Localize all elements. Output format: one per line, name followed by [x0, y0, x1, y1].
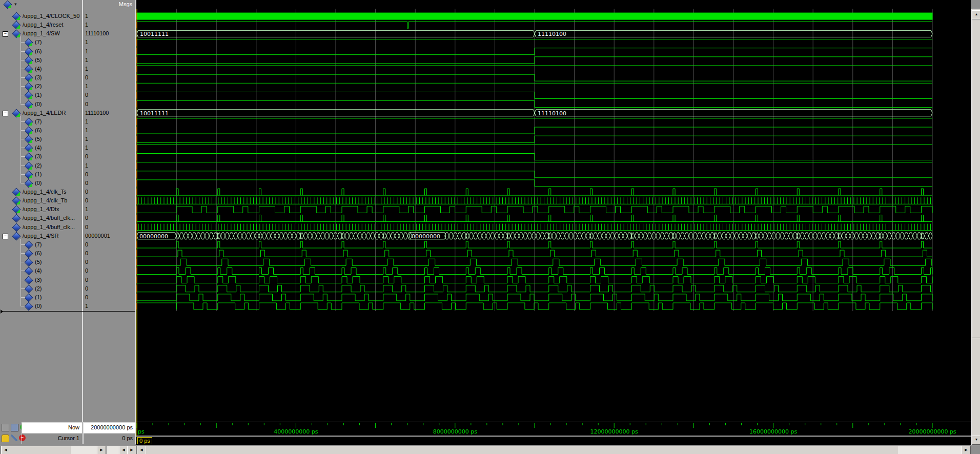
- wave-vscroll-thumb[interactable]: [972, 19, 980, 338]
- signal-name[interactable]: /uppg_1_4/LEDR: [23, 110, 66, 116]
- signal-value-row[interactable]: 0: [83, 91, 135, 99]
- signal-value-row[interactable]: 0: [83, 284, 135, 293]
- signal-row[interactable]: −/uppg_1_4/SW: [0, 29, 82, 38]
- signal-name[interactable]: (2): [35, 162, 42, 169]
- signal-row[interactable]: (5): [0, 135, 82, 143]
- signal-row[interactable]: /uppg_1_4/CLOCK_50: [0, 12, 82, 20]
- signal-name[interactable]: (3): [35, 277, 42, 283]
- wave-scroll-down-button[interactable]: ▼: [972, 436, 980, 445]
- signal-value-row[interactable]: 1: [83, 20, 135, 29]
- signal-value-row[interactable]: 0: [83, 152, 135, 161]
- signal-value-row[interactable]: 0: [83, 179, 135, 188]
- signal-value-row[interactable]: 1: [83, 47, 135, 56]
- signal-name[interactable]: (1): [35, 294, 42, 300]
- signal-row[interactable]: (1): [0, 170, 82, 179]
- wave-scroll-up-button[interactable]: ▲: [972, 10, 980, 19]
- tree-collapse-toggle[interactable]: −: [3, 234, 8, 239]
- signal-name[interactable]: (4): [35, 145, 42, 151]
- signal-value-row[interactable]: 0: [83, 258, 135, 266]
- signal-name[interactable]: (5): [35, 136, 42, 142]
- signal-name[interactable]: (0): [35, 101, 42, 107]
- signal-value-row[interactable]: 1: [83, 143, 135, 152]
- signal-value-row[interactable]: 0: [83, 100, 135, 109]
- signal-row[interactable]: (5): [0, 56, 82, 65]
- signal-value-row[interactable]: 1: [83, 56, 135, 65]
- signal-name[interactable]: (3): [35, 153, 42, 159]
- signal-row[interactable]: (7): [0, 117, 82, 126]
- signal-name[interactable]: (6): [35, 250, 42, 256]
- names-scroll-thumb[interactable]: [10, 446, 71, 454]
- wave-scroll-track[interactable]: [898, 446, 962, 454]
- names-scroll-left-button[interactable]: ◀: [1, 446, 10, 454]
- signal-value-row[interactable]: 1: [83, 82, 135, 91]
- names-scroll-right-button[interactable]: ▶: [97, 446, 106, 454]
- signal-row[interactable]: (4): [0, 266, 82, 275]
- signal-row[interactable]: /uppg_1_4/reset: [0, 20, 82, 29]
- signal-name[interactable]: /uppg_1_4/SW: [23, 30, 60, 36]
- waveform-canvas[interactable]: 1001111111110100100111111111010000000000…: [136, 9, 971, 422]
- signal-name[interactable]: (4): [35, 267, 42, 274]
- signal-value-row[interactable]: 0: [83, 293, 135, 302]
- msgs-column-header[interactable]: Msgs: [83, 1, 132, 7]
- signal-name[interactable]: (3): [35, 74, 42, 80]
- wave-vertical-scrollbar[interactable]: ▲ ▼: [971, 9, 980, 445]
- cursor-value-cell[interactable]: 0 ps: [83, 433, 136, 444]
- timeline-ruler[interactable]: ps4000000000 ps8000000000 ps12000000000 …: [136, 422, 971, 436]
- cursor-value-track[interactable]: 0 ps: [136, 436, 971, 445]
- signal-row[interactable]: −/uppg_1_4/SR: [0, 232, 82, 240]
- wave-scroll-right-button[interactable]: ▶: [962, 446, 971, 454]
- signal-value-row[interactable]: 0: [83, 188, 135, 196]
- values-scroll-right-button[interactable]: ▶: [127, 446, 136, 454]
- signal-row[interactable]: (6): [0, 249, 82, 258]
- signal-row[interactable]: (2): [0, 284, 82, 293]
- edit-cursor-icon[interactable]: [11, 435, 17, 441]
- signal-value-row[interactable]: 0: [83, 196, 135, 205]
- signal-value-row[interactable]: 1: [83, 126, 135, 135]
- signal-row[interactable]: (4): [0, 65, 82, 73]
- signal-name[interactable]: (0): [35, 303, 42, 309]
- signal-row[interactable]: /uppg_1_4/Dtx: [0, 205, 82, 214]
- signal-name-column[interactable]: /uppg_1_4/CLOCK_50/uppg_1_4/reset−/uppg_…: [0, 9, 82, 422]
- signal-name[interactable]: (4): [35, 66, 42, 72]
- signal-value-row[interactable]: 0: [83, 73, 135, 82]
- signal-name[interactable]: (7): [35, 118, 42, 125]
- signal-row[interactable]: −/uppg_1_4/LEDR: [0, 109, 82, 117]
- signal-name[interactable]: (2): [35, 83, 42, 89]
- cursor-time-flag[interactable]: 0 ps: [137, 437, 152, 444]
- signal-value-row[interactable]: 1: [83, 65, 135, 73]
- signal-row[interactable]: (5): [0, 258, 82, 266]
- signal-value-row[interactable]: 1: [83, 302, 135, 311]
- signal-name[interactable]: /uppg_1_4/SR: [23, 233, 58, 239]
- signal-name[interactable]: /uppg_1_4/clk_Ts: [23, 189, 67, 195]
- signal-value-row[interactable]: 1: [83, 38, 135, 47]
- cursor-label-cell[interactable]: Cursor 1: [22, 433, 83, 444]
- signal-name[interactable]: /uppg_1_4/clk_Tb: [23, 197, 67, 203]
- signal-value-row[interactable]: 1: [83, 135, 135, 143]
- snap-cursor-icon[interactable]: [2, 424, 9, 431]
- signal-value-row[interactable]: 1: [83, 205, 135, 214]
- signal-value-row[interactable]: 0: [83, 276, 135, 284]
- signal-value-row[interactable]: 0: [83, 170, 135, 179]
- lock-cursor-icon[interactable]: [2, 435, 9, 442]
- signal-row[interactable]: (6): [0, 47, 82, 56]
- tree-collapse-toggle[interactable]: −: [3, 111, 8, 116]
- signal-name[interactable]: (7): [35, 241, 42, 247]
- signal-name[interactable]: (5): [35, 259, 42, 265]
- signal-name[interactable]: (1): [35, 92, 42, 98]
- signal-row[interactable]: (7): [0, 240, 82, 249]
- signal-row[interactable]: /uppg_1_4/buff_clk...: [0, 223, 82, 232]
- chevron-down-icon[interactable]: ▾: [14, 2, 17, 7]
- signal-value-row[interactable]: 1: [83, 12, 135, 20]
- signal-name[interactable]: /uppg_1_4/buff_clk...: [23, 215, 75, 221]
- signal-value-row[interactable]: 0: [83, 266, 135, 275]
- signal-value-row[interactable]: 0: [83, 223, 135, 232]
- signal-row[interactable]: /uppg_1_4/buff_clk...: [0, 214, 82, 222]
- signal-row[interactable]: (3): [0, 73, 82, 82]
- signal-name[interactable]: (6): [35, 48, 42, 54]
- signal-name[interactable]: /uppg_1_4/Dtx: [23, 206, 59, 212]
- signal-value-row[interactable]: 0: [83, 249, 135, 258]
- signal-name[interactable]: /uppg_1_4/reset: [23, 22, 64, 28]
- signal-row[interactable]: (2): [0, 82, 82, 91]
- signal-name[interactable]: (7): [35, 39, 42, 45]
- signal-row[interactable]: (1): [0, 91, 82, 99]
